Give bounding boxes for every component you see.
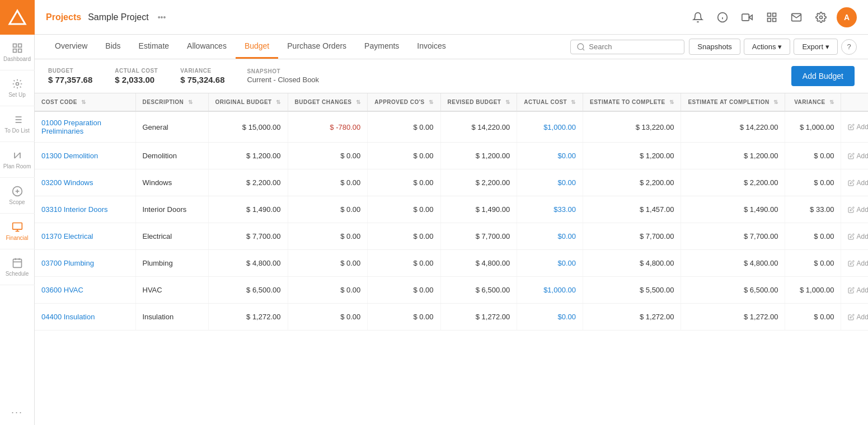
info-icon[interactable] bbox=[714, 8, 731, 26]
edit-button-2[interactable]: Add bbox=[848, 179, 868, 187]
cell-actual-cost-5[interactable]: $0.00 bbox=[517, 250, 583, 277]
cost-code-link-3[interactable]: 03310 Interior Doors bbox=[41, 205, 108, 214]
cost-code-link-5[interactable]: 03700 Plumbing bbox=[41, 259, 94, 267]
cell-actual-cost-0[interactable]: $1,000.00 bbox=[517, 111, 583, 143]
cell-actual-cost-3[interactable]: $33.00 bbox=[517, 196, 583, 223]
actual-cost-value: $ 2,033.00 bbox=[115, 75, 158, 84]
search-input[interactable] bbox=[589, 42, 678, 51]
cell-original-budget-2: $ 2,200.00 bbox=[208, 169, 288, 196]
sidebar-item-schedule[interactable]: Schedule bbox=[0, 249, 35, 285]
svg-rect-21 bbox=[13, 259, 21, 267]
svg-line-36 bbox=[583, 49, 584, 50]
grid-icon[interactable] bbox=[763, 8, 781, 26]
table-row: 04400 Insulation Insulation $ 1,272.00 $… bbox=[35, 304, 868, 330]
edit-button-0[interactable]: Add bbox=[848, 123, 868, 131]
col-revised-budget[interactable]: REVISED BUDGET ⇅ bbox=[440, 93, 517, 111]
cell-actual-cost-2[interactable]: $0.00 bbox=[517, 169, 583, 196]
sidebar-item-planroom[interactable]: Plan Room bbox=[0, 142, 35, 178]
col-description[interactable]: DESCRIPTION ⇅ bbox=[135, 93, 208, 111]
user-avatar[interactable]: A bbox=[837, 7, 857, 27]
video-icon[interactable] bbox=[738, 8, 756, 26]
cell-row-actions-4: Add ⋮ bbox=[841, 223, 868, 250]
tab-allowances[interactable]: Allowances bbox=[178, 35, 236, 59]
col-approved-cos[interactable]: APPROVED CO'S ⇅ bbox=[368, 93, 440, 111]
app-logo[interactable] bbox=[0, 0, 35, 35]
tab-invoices[interactable]: Invoices bbox=[408, 35, 454, 59]
col-estimate-at-completion[interactable]: ESTIMATE AT COMPLETION ⇅ bbox=[681, 93, 785, 111]
help-button[interactable]: ? bbox=[841, 39, 857, 55]
cost-code-link-4[interactable]: 01370 Electrical bbox=[41, 232, 93, 240]
cell-cost-code-3: 03310 Interior Doors bbox=[35, 196, 135, 223]
col-budget-changes[interactable]: BUDGET CHANGES ⇅ bbox=[288, 93, 368, 111]
actions-button[interactable]: Actions ▾ bbox=[744, 39, 791, 55]
cell-actual-cost-4[interactable]: $0.00 bbox=[517, 223, 583, 250]
cell-cost-code-5: 03700 Plumbing bbox=[35, 250, 135, 277]
sidebar-more[interactable]: ... bbox=[11, 404, 23, 416]
actions-chevron-icon: ▾ bbox=[778, 42, 782, 51]
sidebar-item-financial-label: Financial bbox=[6, 235, 28, 241]
svg-rect-3 bbox=[18, 49, 21, 53]
cell-actual-cost-1[interactable]: $0.00 bbox=[517, 143, 583, 169]
cell-row-actions-0: Add ⋮ bbox=[841, 111, 868, 143]
cell-row-actions-5: Add ⋮ bbox=[841, 250, 868, 277]
col-original-budget[interactable]: ORIGINAL BUDGET ⇅ bbox=[208, 93, 288, 111]
cell-description-5: Plumbing bbox=[135, 250, 208, 277]
col-actual-cost[interactable]: ACTUAL COST ⇅ bbox=[517, 93, 583, 111]
cell-variance-7: $ 0.00 bbox=[785, 304, 841, 330]
snapshots-button[interactable]: Snapshots bbox=[689, 39, 740, 55]
cell-estimate-to-complete-0: $ 13,220.00 bbox=[583, 111, 681, 143]
sidebar-item-scope[interactable]: Scope bbox=[0, 178, 35, 214]
edit-button-3[interactable]: Add bbox=[848, 206, 868, 214]
tab-budget[interactable]: Budget bbox=[236, 35, 278, 59]
cell-budget-changes-1: $ 0.00 bbox=[288, 143, 368, 169]
svg-rect-1 bbox=[13, 44, 16, 48]
col-cost-code[interactable]: COST CODE ⇅ bbox=[35, 93, 135, 111]
table-row: 01300 Demolition Demolition $ 1,200.00 $… bbox=[35, 143, 868, 169]
sidebar-item-dashboard[interactable]: Dashboard bbox=[0, 35, 35, 70]
edit-button-7[interactable]: Add bbox=[848, 313, 868, 321]
mail-icon[interactable] bbox=[787, 8, 805, 26]
table-row: 03200 Windows Windows $ 2,200.00 $ 0.00 … bbox=[35, 169, 868, 196]
table-row: 01370 Electrical Electrical $ 7,700.00 $… bbox=[35, 223, 868, 250]
sidebar-item-setup[interactable]: Set Up bbox=[0, 70, 35, 106]
projects-link[interactable]: Projects bbox=[46, 12, 81, 22]
add-budget-button[interactable]: Add Budget bbox=[791, 66, 855, 86]
col-variance[interactable]: VARIANCE ⇅ bbox=[785, 93, 841, 111]
export-button[interactable]: Export ▾ bbox=[794, 39, 838, 55]
cell-approved-cos-6: $ 0.00 bbox=[368, 277, 440, 304]
sidebar-item-todo[interactable]: To Do List bbox=[0, 106, 35, 142]
cell-variance-2: $ 0.00 bbox=[785, 169, 841, 196]
sidebar-item-setup-label: Set Up bbox=[8, 92, 26, 98]
cell-description-1: Demolition bbox=[135, 143, 208, 169]
tab-payments[interactable]: Payments bbox=[355, 35, 408, 59]
tab-overview[interactable]: Overview bbox=[46, 35, 96, 59]
project-menu-dots[interactable]: ••• bbox=[158, 13, 166, 22]
edit-button-5[interactable]: Add bbox=[848, 259, 868, 267]
cell-estimate-to-complete-5: $ 4,800.00 bbox=[583, 250, 681, 277]
edit-button-4[interactable]: Add bbox=[848, 233, 868, 240]
search-icon bbox=[576, 42, 585, 51]
edit-button-6[interactable]: Add bbox=[848, 286, 868, 294]
sidebar-item-scope-label: Scope bbox=[9, 199, 25, 205]
cell-budget-changes-5: $ 0.00 bbox=[288, 250, 368, 277]
col-estimate-to-complete[interactable]: ESTIMATE TO COMPLETE ⇅ bbox=[583, 93, 681, 111]
cost-code-link-1[interactable]: 01300 Demolition bbox=[41, 152, 98, 160]
cost-code-link-7[interactable]: 04400 Insulation bbox=[41, 313, 95, 321]
tab-estimate[interactable]: Estimate bbox=[130, 35, 178, 59]
cost-code-link-2[interactable]: 03200 Windows bbox=[41, 178, 93, 187]
edit-icon-2 bbox=[848, 180, 855, 186]
cell-description-6: HVAC bbox=[135, 277, 208, 304]
tab-bids[interactable]: Bids bbox=[96, 35, 129, 59]
cost-code-link-0[interactable]: 01000 Preparation Preliminaries bbox=[41, 119, 101, 135]
settings-icon[interactable] bbox=[812, 8, 830, 26]
svg-point-35 bbox=[578, 44, 584, 50]
tab-purchase-orders[interactable]: Purchase Orders bbox=[278, 35, 355, 59]
sidebar-item-financial[interactable]: Financial bbox=[0, 214, 35, 249]
bell-icon[interactable] bbox=[689, 8, 707, 26]
cell-actual-cost-6[interactable]: $1,000.00 bbox=[517, 277, 583, 304]
cell-actual-cost-7[interactable]: $0.00 bbox=[517, 304, 583, 330]
cost-code-link-6[interactable]: 03600 HVAC bbox=[41, 286, 83, 294]
variance-value: $ 75,324.68 bbox=[180, 75, 224, 84]
edit-button-1[interactable]: Add bbox=[848, 152, 868, 160]
cell-original-budget-3: $ 1,490.00 bbox=[208, 196, 288, 223]
